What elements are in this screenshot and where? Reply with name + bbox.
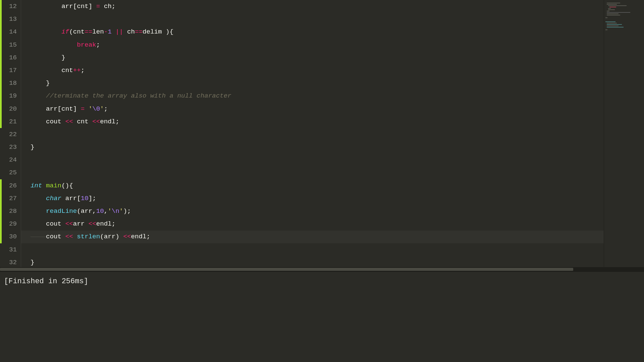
line-number: 29 xyxy=(0,218,17,230)
code-line[interactable]: break; xyxy=(31,39,604,51)
line-number: 19 xyxy=(0,89,17,102)
line-number: 28 xyxy=(0,205,17,218)
code-line[interactable] xyxy=(31,154,604,166)
line-number-gutter: 1213141516171819202122232425262728293031… xyxy=(0,0,21,267)
editor-area[interactable]: 1213141516171819202122232425262728293031… xyxy=(0,0,644,267)
code-line[interactable] xyxy=(31,243,604,256)
line-number: 31 xyxy=(0,243,17,256)
line-number: 21 xyxy=(0,115,17,128)
line-number: 27 xyxy=(0,192,17,205)
code-line[interactable]: int main(){ xyxy=(31,179,604,192)
code-line[interactable] xyxy=(31,13,604,25)
code-line[interactable]: } xyxy=(31,77,604,89)
code-line[interactable]: readLine(arr,10,'\n'); xyxy=(31,205,604,218)
code-line[interactable]: cout <<arr <<endl; xyxy=(31,218,604,230)
line-number: 30 xyxy=(0,230,17,243)
code-line[interactable]: cnt++; xyxy=(31,64,604,77)
line-number: 15 xyxy=(0,39,17,51)
code-line[interactable]: char arr[10]; xyxy=(31,192,604,205)
code-line[interactable]: if(cnt==len-1 || ch==delim ){ xyxy=(31,25,604,38)
code-line[interactable]: cout << cnt <<endl; xyxy=(31,115,604,128)
line-number: 20 xyxy=(0,103,17,115)
line-number: 22 xyxy=(0,128,17,141)
line-number: 17 xyxy=(0,64,17,77)
build-output-panel: [Finished in 256ms] xyxy=(0,272,644,362)
minimap[interactable] xyxy=(604,0,644,267)
build-output-text: [Finished in 256ms] xyxy=(4,277,88,286)
line-number: 23 xyxy=(0,141,17,154)
horizontal-scrollbar[interactable] xyxy=(0,267,644,272)
horizontal-scrollbar-thumb[interactable] xyxy=(0,268,573,271)
line-number: 18 xyxy=(0,77,17,89)
line-number: 13 xyxy=(0,13,17,25)
code-line[interactable]: arr[cnt] = '\0'; xyxy=(31,103,604,115)
code-line[interactable]: } xyxy=(31,141,604,154)
line-number: 12 xyxy=(0,0,17,13)
line-number: 16 xyxy=(0,51,17,64)
code-line[interactable]: //terminate the array also with a null c… xyxy=(31,89,604,102)
code-line[interactable] xyxy=(31,128,604,141)
line-number: 24 xyxy=(0,154,17,166)
code-line[interactable] xyxy=(31,166,604,179)
modification-markers xyxy=(0,0,2,267)
code-line[interactable]: arr[cnt] = ch; xyxy=(31,0,604,13)
code-line[interactable]: } xyxy=(31,51,604,64)
line-number: 26 xyxy=(0,179,17,192)
line-number: 25 xyxy=(0,166,17,179)
line-number: 14 xyxy=(0,25,17,38)
code-content[interactable]: arr[cnt] = ch; if(cnt==len-1 || ch==deli… xyxy=(21,0,604,267)
